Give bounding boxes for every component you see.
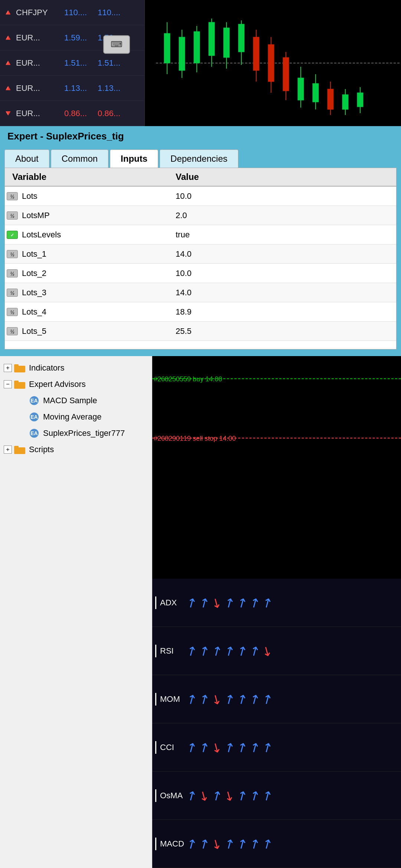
row-name: Lots_2: [20, 269, 176, 278]
indicator-row-cci: CCI ↗↗↘↗↗↗↗: [152, 723, 401, 772]
indicator-label: OsMA: [155, 789, 185, 802]
row-value: 18.9: [176, 307, 396, 317]
folder-expander[interactable]: +: [4, 364, 12, 372]
expert-titlebar: Expert - SuplexPrices_tig: [0, 126, 401, 147]
svg-rect-5: [179, 37, 185, 70]
indicator-label: MOM: [155, 693, 185, 706]
arrow-down-red: ↘: [208, 738, 225, 756]
nav-item-label: Scripts: [29, 445, 54, 454]
svg-rect-41: [14, 446, 19, 449]
tab-about[interactable]: About: [4, 149, 49, 168]
svg-rect-11: [224, 28, 229, 57]
indicator-label: MACD: [155, 838, 185, 850]
arrow-up-blue: ↗: [221, 738, 237, 756]
arrow-up-blue: ↗: [246, 835, 263, 853]
direction-arrow: 🔺: [3, 58, 13, 68]
table-header: Variable Value: [5, 168, 396, 187]
direction-arrow: 🔻: [3, 109, 13, 118]
expert-dialog: Expert - SuplexPrices_tig AboutCommonInp…: [0, 126, 401, 356]
tab-inputs[interactable]: Inputs: [110, 149, 158, 168]
indicator-label: CCI: [155, 741, 185, 754]
bid-price: 1.59...: [64, 33, 98, 43]
indicator-row-osma: OsMA ↗↘↗↘↗↗↗: [152, 772, 401, 820]
tab-common[interactable]: Common: [51, 149, 108, 168]
v2-icon: ½: [7, 211, 18, 220]
arrow-up-blue: ↗: [183, 835, 199, 853]
svg-rect-23: [313, 83, 319, 102]
nav-item-suplexprices_tiger777: EA SuplexPrices_tiger777: [0, 425, 152, 441]
nav-item-label: MACD Sample: [43, 396, 97, 405]
row-icon: ½: [5, 192, 20, 200]
direction-arrow: 🔺: [3, 8, 13, 17]
svg-rect-17: [268, 45, 274, 82]
nav-item-scripts[interactable]: + Scripts: [0, 441, 152, 458]
table-row[interactable]: ½ Lots_2 10.0: [5, 264, 396, 283]
arrow-up-blue: ↗: [246, 594, 263, 612]
nav-item-indicators[interactable]: + Indicators: [0, 360, 152, 376]
nav-item-expert-advisors[interactable]: − Expert Advisors: [0, 376, 152, 392]
arrow-down-red: ↘: [259, 642, 275, 660]
v2-icon: ½: [7, 269, 18, 277]
sell-order-label: #268290119 sell stop 14.00: [152, 434, 237, 443]
table-row[interactable]: ½ Lots_3 14.0: [5, 283, 396, 302]
row-icon: ½: [5, 211, 20, 220]
arrow-down-red: ↘: [208, 835, 225, 853]
arrow-up-blue: ↗: [183, 690, 199, 708]
arrow-up-blue: ↗: [234, 690, 250, 708]
arrow-up-blue: ↗: [183, 786, 199, 805]
svg-rect-27: [342, 95, 348, 109]
row-name: Lots_4: [20, 307, 176, 317]
row-value: 10.0: [176, 191, 396, 201]
row-value: 25.5: [176, 326, 396, 336]
arrow-up-blue: ↗: [196, 594, 212, 612]
bottom-section: + Indicators − Expert Advisors EA MACD S…: [0, 356, 401, 868]
ask-price: 110....: [98, 8, 131, 17]
table-row[interactable]: ✓ LotsLevels true: [5, 225, 396, 244]
ask-price: 1.13...: [98, 83, 131, 93]
arrow-down-red: ↘: [208, 594, 225, 612]
arrow-up-blue: ↗: [208, 642, 225, 660]
market-row: 🔺 CHFJPY 110.... 110....: [0, 0, 144, 25]
col-variable-header: Variable: [5, 172, 176, 182]
ask-price: 1.51...: [98, 58, 131, 68]
direction-arrow: 🔺: [3, 33, 13, 43]
row-value: 14.0: [176, 288, 396, 297]
symbol: EUR...: [16, 109, 64, 118]
row-name: LotsMP: [20, 211, 176, 220]
expert-title: Expert - SuplexPrices_tig: [7, 131, 124, 142]
svg-text:EA: EA: [30, 414, 38, 420]
table-row[interactable]: ½ LotsMP 2.0: [5, 206, 396, 225]
row-name: Lots: [20, 191, 176, 201]
nav-item-label: Moving Average: [43, 412, 101, 422]
market-row: 🔻 EUR... 0.86... 0.86...: [0, 101, 144, 126]
nav-item-label: Indicators: [29, 363, 64, 373]
arrow-up-blue: ↗: [196, 835, 212, 853]
ask-price: 0.86...: [98, 109, 131, 118]
row-icon: ½: [5, 327, 20, 335]
tab-dependencies[interactable]: Dependencies: [160, 149, 238, 168]
row-icon: ½: [5, 308, 20, 316]
folder-expander[interactable]: −: [4, 380, 12, 388]
arrow-up-blue: ↗: [221, 835, 237, 853]
svg-rect-31: [14, 364, 19, 367]
arrow-down-red: ↘: [196, 786, 212, 805]
folder-expander[interactable]: +: [4, 445, 12, 454]
indicator-row-macd: MACD ↗↗↘↗↗↗↗: [152, 820, 401, 868]
row-icon: ½: [5, 289, 20, 297]
svg-rect-25: [327, 89, 333, 109]
sell-order-line: #268290119 sell stop 14.00: [152, 438, 401, 438]
table-row[interactable]: ½ Lots_4 18.9: [5, 302, 396, 322]
row-name: Lots_1: [20, 249, 176, 259]
keyboard-button[interactable]: ⌨: [103, 35, 130, 54]
params-table: ½ Lots 10.0 ½ LotsMP 2.0 ✓ LotsLevels tr…: [5, 187, 396, 341]
row-name: LotsLevels: [20, 230, 176, 240]
v2-icon: ½: [7, 327, 18, 335]
indicator-panel: ADX ↗↗↘↗↗↗↗ RSI ↗↗↗↗↗↗↘ MOM ↗↗↘↗↗↗↗ CCI …: [152, 579, 401, 868]
table-row[interactable]: ½ Lots_1 14.0: [5, 244, 396, 264]
arrow-down-red: ↘: [208, 690, 225, 708]
table-row[interactable]: ½ Lots_5 25.5: [5, 322, 396, 341]
table-row[interactable]: ½ Lots 10.0: [5, 187, 396, 206]
arrow-up-blue: ↗: [234, 835, 250, 853]
arrow-up-blue: ↗: [234, 786, 250, 805]
indicator-arrows: ↗↗↘↗↗↗↗: [185, 740, 273, 755]
